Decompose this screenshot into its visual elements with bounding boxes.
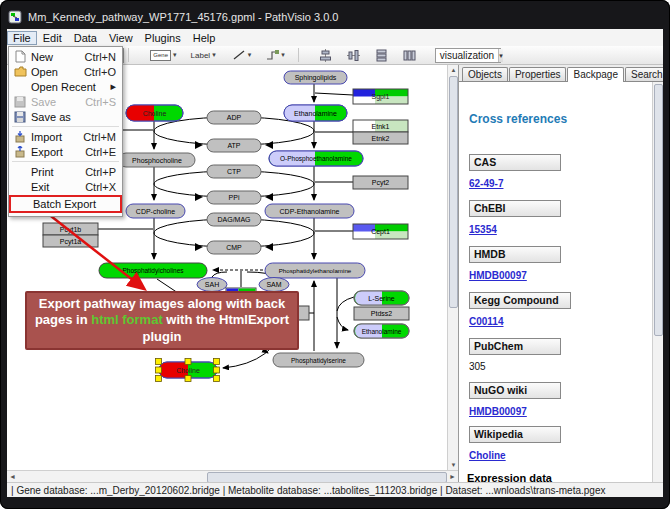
- node-cmp[interactable]: CMP: [207, 241, 261, 254]
- node-atp[interactable]: ATP: [207, 139, 261, 152]
- link-hmdb[interactable]: HMDB00097: [469, 270, 527, 281]
- menu-item-import[interactable]: Import Ctrl+M: [9, 129, 122, 144]
- link-cas[interactable]: 62-49-7: [469, 178, 503, 189]
- tab-objects[interactable]: Objects: [462, 67, 508, 81]
- new-file-icon: [9, 50, 31, 63]
- node-ppi[interactable]: PPi: [207, 191, 261, 204]
- visualization-dropdown-icon[interactable]: ▾: [498, 49, 503, 62]
- gene-box-pcyt2[interactable]: Pcyt2: [353, 176, 408, 189]
- node-sah[interactable]: SAH: [197, 278, 227, 292]
- node-o-phosphoethanolamine[interactable]: O-Phosphoethanolamine: [269, 151, 363, 166]
- label-tool-text: Label: [191, 51, 211, 60]
- panel-scrollbar[interactable]: [652, 82, 663, 482]
- section-header-wikipedia: Wikipedia: [469, 426, 561, 443]
- tab-backpage[interactable]: Backpage: [567, 67, 623, 82]
- svg-text:CTP: CTP: [227, 168, 241, 175]
- gene-node-icon: Gene: [150, 50, 171, 61]
- menu-edit[interactable]: Edit: [37, 31, 68, 45]
- vertical-scroll-thumb[interactable]: [449, 76, 458, 308]
- toolbar-separator: [128, 48, 129, 62]
- svg-text:CDP-choline: CDP-choline: [136, 208, 175, 215]
- chevron-down-icon[interactable]: ▾: [281, 51, 285, 59]
- annotation-highlight: html format: [91, 312, 163, 327]
- open-folder-icon: [9, 66, 31, 77]
- window-title: Mm_Kennedy_pathway_WP1771_45176.gpml - P…: [28, 11, 338, 23]
- gene-datanode-tool[interactable]: Gene ▾: [147, 47, 179, 63]
- gene-box-etnk2[interactable]: Etnk2: [353, 132, 408, 144]
- menu-view[interactable]: View: [103, 31, 139, 45]
- node-phosphocholine[interactable]: Phosphocholine: [119, 153, 195, 167]
- node-ethanolamine-top[interactable]: Ethanolamine: [284, 105, 347, 121]
- node-sphingolipids[interactable]: Sphingolipids: [284, 71, 347, 84]
- link-kegg[interactable]: C00114: [469, 316, 503, 327]
- svg-text:Phosphatidylcholines: Phosphatidylcholines: [122, 267, 184, 275]
- node-phosphatidylserine[interactable]: Phosphatidylserine: [273, 353, 364, 367]
- gene-box-pcyt1b[interactable]: Pcyt1b: [43, 223, 98, 235]
- menu-item-print[interactable]: Print Ctrl+P: [9, 164, 122, 179]
- link-wikipedia[interactable]: Choline: [469, 450, 506, 461]
- connector-icon: [265, 49, 279, 61]
- link-chebi[interactable]: 15354: [469, 224, 497, 235]
- menu-item-open-recent[interactable]: Open Recent ▸: [9, 79, 122, 94]
- node-choline-selected[interactable]: Choline: [156, 359, 220, 382]
- node-phosphatidylethanolamine[interactable]: Phosphatidylethanolamine: [265, 263, 365, 278]
- menu-item-save-as[interactable]: Save as: [9, 109, 122, 124]
- visualization-value: visualization: [436, 50, 498, 61]
- node-cdp-ethanolamine[interactable]: CDP-Ethanolamine: [265, 204, 354, 218]
- gene-box-cept1[interactable]: Cept1: [353, 224, 408, 239]
- chevron-down-icon[interactable]: ▾: [212, 51, 216, 59]
- menu-item-export[interactable]: Export Ctrl+E: [9, 144, 122, 159]
- menu-item-new[interactable]: New Ctrl+N: [9, 49, 122, 64]
- svg-text:L-Serine: L-Serine: [368, 295, 395, 302]
- node-l-serine[interactable]: L-Serine: [354, 291, 409, 305]
- stack-horizontal-button[interactable]: [403, 49, 416, 62]
- gene-box-ptdss2[interactable]: Ptdss2: [354, 307, 409, 320]
- svg-text:Choline: Choline: [143, 110, 167, 117]
- section-header-cas: CAS: [469, 154, 561, 171]
- link-nugo[interactable]: HMDB00097: [469, 406, 527, 417]
- node-cdp-choline[interactable]: CDP-choline: [126, 204, 185, 218]
- svg-text:Etnk2: Etnk2: [372, 135, 390, 142]
- line-tool[interactable]: ▾: [229, 47, 255, 63]
- node-ethanolamine-bottom[interactable]: Ethanolamine: [354, 324, 409, 338]
- node-ctp[interactable]: CTP: [207, 165, 261, 178]
- app-icon: [8, 10, 22, 24]
- align-center-y-button[interactable]: [347, 49, 360, 62]
- label-tool[interactable]: Label ▾: [188, 47, 219, 63]
- panel-scroll-thumb[interactable]: [654, 84, 663, 336]
- menu-file[interactable]: File: [7, 31, 37, 45]
- menu-item-open[interactable]: Open Ctrl+O: [9, 64, 122, 79]
- menu-data[interactable]: Data: [68, 31, 103, 45]
- node-adp[interactable]: ADP: [207, 111, 261, 124]
- align-center-x-button[interactable]: [319, 49, 332, 62]
- chevron-down-icon[interactable]: ▾: [248, 51, 252, 59]
- menu-item-save[interactable]: Save Ctrl+S: [9, 94, 122, 109]
- svg-text:CDP-Ethanolamine: CDP-Ethanolamine: [280, 208, 340, 215]
- svg-text:Sgpl1: Sgpl1: [372, 93, 390, 101]
- chevron-down-icon[interactable]: ▾: [173, 51, 177, 59]
- node-dag-mag[interactable]: DAG/MAG: [207, 213, 261, 226]
- title-bar[interactable]: Mm_Kennedy_pathway_WP1771_45176.gpml - P…: [8, 5, 662, 29]
- menu-item-exit[interactable]: Exit Ctrl+X: [9, 179, 122, 194]
- menu-item-batch-export[interactable]: Batch Export: [9, 195, 122, 213]
- menu-help[interactable]: Help: [187, 31, 222, 45]
- tab-properties[interactable]: Properties: [509, 67, 567, 81]
- menu-separator: [12, 161, 119, 162]
- svg-text:Pcyt2: Pcyt2: [372, 179, 390, 187]
- visualization-combobox[interactable]: visualization ▾: [435, 48, 501, 63]
- status-bar: | Gene database: ...m_Derby_20120602.bri…: [7, 482, 663, 497]
- side-panel-tabs: Objects Properties Backpage Search Legen…: [459, 65, 663, 82]
- import-icon: [9, 131, 31, 143]
- connector-tool[interactable]: ▾: [262, 47, 288, 63]
- line-icon: [232, 49, 246, 61]
- node-choline-top[interactable]: Choline: [126, 105, 183, 121]
- section-header-hmdb: HMDB: [469, 246, 561, 263]
- tutorial-annotation: Export pathway images along with back pa…: [25, 291, 299, 350]
- menu-plugins[interactable]: Plugins: [139, 31, 187, 45]
- node-sam[interactable]: SAM: [259, 278, 289, 292]
- submenu-arrow-icon: ▸: [110, 80, 122, 93]
- tab-search[interactable]: Search: [625, 67, 663, 81]
- stack-vertical-button[interactable]: [375, 49, 388, 62]
- gene-box-sgpl1[interactable]: Sgpl1: [353, 89, 408, 104]
- gene-box-etnk1[interactable]: Etnk1: [353, 120, 408, 132]
